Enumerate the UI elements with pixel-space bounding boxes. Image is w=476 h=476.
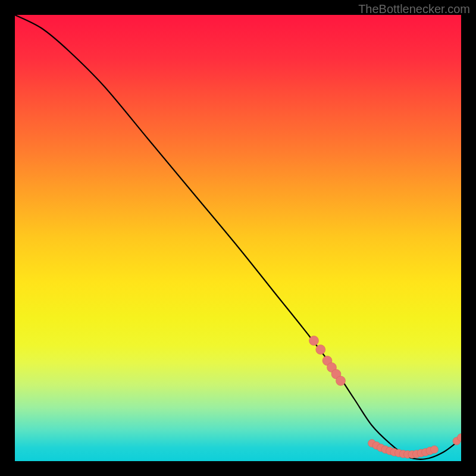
attribution-label: TheBottlenecker.com — [358, 2, 470, 16]
data-marker — [431, 446, 439, 453]
chart-plot-area — [15, 15, 461, 461]
chart-svg — [15, 15, 461, 461]
data-marker — [316, 345, 325, 355]
data-marker — [336, 376, 346, 386]
chart-curve — [15, 15, 461, 459]
data-marker — [309, 336, 319, 346]
